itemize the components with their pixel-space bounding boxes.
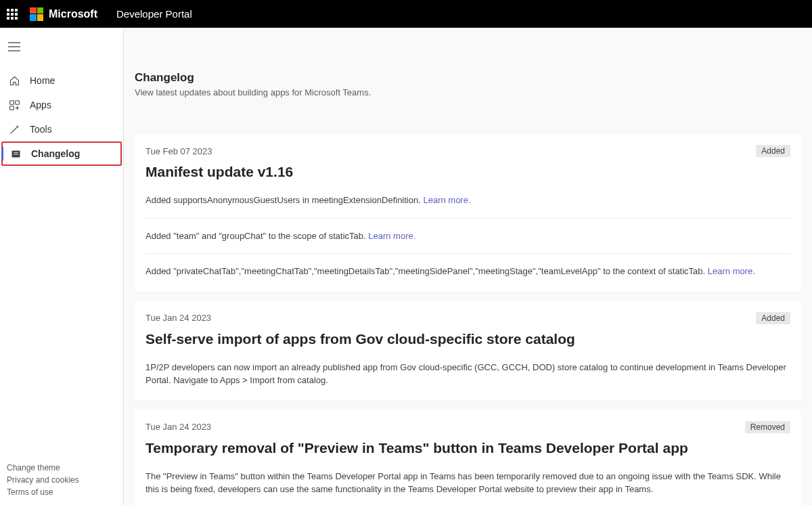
entry-body: 1P/2P developers can now import an alrea… <box>145 358 790 390</box>
entry-item: Added "team" and "groupChat" to the scop… <box>145 227 790 246</box>
entry-title: Self-serve import of apps from Gov cloud… <box>145 331 790 347</box>
privacy-link[interactable]: Privacy and cookies <box>7 474 116 486</box>
entry-item-text: 1P/2P developers can now import an alrea… <box>145 362 786 386</box>
hamburger-icon <box>8 41 20 53</box>
changelog-entry: Tue Feb 07 2023AddedManifest update v1.1… <box>135 134 801 292</box>
brand-name: Microsoft <box>49 8 97 20</box>
entry-item-text: The "Preview in Teams" button within the… <box>145 471 781 495</box>
entry-body: The "Preview in Teams" button within the… <box>145 467 790 499</box>
svg-rect-3 <box>9 100 14 104</box>
svg-rect-7 <box>14 152 18 152</box>
entry-item: Added "privateChatTab","meetingChatTab",… <box>145 262 790 281</box>
entry-item-text: Added supportsAnonymousGuestUsers in mee… <box>145 195 423 205</box>
changelog-entry: Tue Jan 24 2023RemovedTemporary removal … <box>135 410 801 506</box>
sidebar-item-changelog[interactable]: Changelog <box>1 141 122 166</box>
portal-title[interactable]: Developer Portal <box>116 8 192 20</box>
entry-body: Added supportsAnonymousGuestUsers in mee… <box>145 191 790 281</box>
microsoft-logo-icon <box>30 7 43 21</box>
entry-item: 1P/2P developers can now import an alrea… <box>145 358 790 390</box>
entry-meta: Tue Feb 07 2023Added <box>145 145 790 157</box>
status-badge: Added <box>756 312 790 324</box>
entry-divider <box>145 253 790 254</box>
entry-title: Manifest update v1.16 <box>145 164 790 180</box>
entry-item: The "Preview in Teams" button within the… <box>145 467 790 499</box>
entry-date: Tue Jan 24 2023 <box>145 313 211 323</box>
entry-meta: Tue Jan 24 2023Added <box>145 312 790 324</box>
sidebar-item-label: Tools <box>30 124 52 135</box>
changelog-list: Tue Feb 07 2023AddedManifest update v1.1… <box>124 104 812 505</box>
entry-date: Tue Jan 24 2023 <box>145 422 211 432</box>
entry-item-text: Added "privateChatTab","meetingChatTab",… <box>145 266 708 276</box>
sidebar: Home Apps <box>0 28 124 505</box>
changelog-icon <box>9 148 22 160</box>
learn-more-link[interactable]: Learn more. <box>708 266 755 276</box>
change-theme-link[interactable]: Change theme <box>7 462 116 474</box>
svg-rect-8 <box>14 154 18 154</box>
entry-item: Added supportsAnonymousGuestUsers in mee… <box>145 191 790 210</box>
status-badge: Removed <box>745 421 790 433</box>
main-content: Changelog View latest updates about buil… <box>124 28 812 505</box>
entry-title: Temporary removal of "Preview in Teams" … <box>145 440 790 456</box>
tools-icon <box>8 123 20 135</box>
page-title: Changelog <box>135 71 801 85</box>
app-launcher-icon[interactable] <box>7 9 18 20</box>
apps-icon <box>8 99 20 111</box>
status-badge: Added <box>756 145 790 157</box>
sidebar-item-tools[interactable]: Tools <box>0 117 123 141</box>
terms-link[interactable]: Terms of use <box>7 486 116 498</box>
svg-rect-5 <box>9 106 14 110</box>
sidebar-item-label: Home <box>30 75 55 86</box>
svg-rect-4 <box>15 100 19 104</box>
global-header: Microsoft Developer Portal <box>0 0 812 28</box>
learn-more-link[interactable]: Learn more. <box>368 231 415 241</box>
nav-list: Home Apps <box>0 68 123 166</box>
home-icon <box>8 74 20 87</box>
hamburger-button[interactable] <box>0 37 123 60</box>
entry-item-text: Added "team" and "groupChat" to the scop… <box>145 231 368 241</box>
changelog-entry: Tue Jan 24 2023AddedSelf-serve import of… <box>135 301 801 401</box>
entry-divider <box>145 218 790 219</box>
sidebar-item-label: Changelog <box>31 148 80 159</box>
page-header: Changelog View latest updates about buil… <box>124 28 812 104</box>
learn-more-link[interactable]: Learn more. <box>423 195 470 205</box>
entry-meta: Tue Jan 24 2023Removed <box>145 421 790 433</box>
sidebar-item-apps[interactable]: Apps <box>0 93 123 117</box>
sidebar-footer: Change theme Privacy and cookies Terms o… <box>0 462 123 505</box>
main-container: Home Apps <box>0 28 812 505</box>
entry-date: Tue Feb 07 2023 <box>145 146 212 156</box>
sidebar-item-label: Apps <box>30 100 51 110</box>
page-subtitle: View latest updates about building apps … <box>135 87 801 97</box>
sidebar-item-home[interactable]: Home <box>0 68 123 93</box>
